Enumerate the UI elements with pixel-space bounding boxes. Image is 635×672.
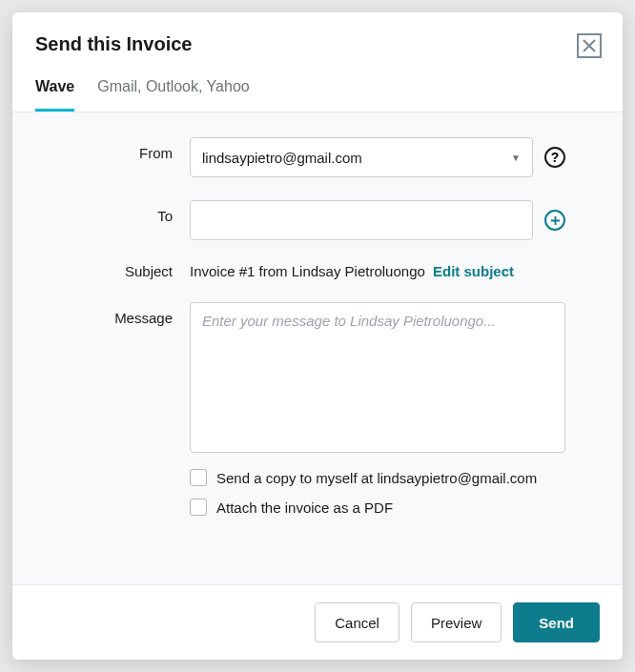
preview-button[interactable]: Preview xyxy=(411,602,502,642)
tabs: Wave Gmail, Outlook, Yahoo xyxy=(35,78,600,112)
message-row: Message xyxy=(47,302,565,453)
attach-pdf-checkbox[interactable] xyxy=(190,499,207,516)
add-recipient-button[interactable] xyxy=(544,210,565,231)
close-button[interactable] xyxy=(577,33,602,58)
from-value: lindsaypietro@gmail.com xyxy=(202,150,362,166)
modal-body: From lindsaypietro@gmail.com ▼ ? To xyxy=(12,112,623,584)
attach-pdf-row: Attach the invoice as a PDF xyxy=(190,498,552,518)
from-select[interactable]: lindsaypietro@gmail.com ▼ xyxy=(190,137,533,177)
help-button[interactable]: ? xyxy=(544,147,565,168)
subject-label: Subject xyxy=(47,263,190,279)
attach-pdf-label: Attach the invoice as a PDF xyxy=(216,498,393,518)
checkbox-container: Send a copy to myself at lindsaypietro@g… xyxy=(190,468,552,518)
tab-wave[interactable]: Wave xyxy=(35,78,74,112)
to-input-wrap xyxy=(190,200,533,240)
from-row: From lindsaypietro@gmail.com ▼ ? xyxy=(47,137,565,177)
cancel-button[interactable]: Cancel xyxy=(315,602,399,642)
plus-icon xyxy=(550,215,561,226)
to-label: To xyxy=(47,200,190,224)
modal-title: Send this Invoice xyxy=(35,33,600,55)
from-label: From xyxy=(47,137,190,161)
edit-subject-link[interactable]: Edit subject xyxy=(433,263,514,279)
tab-gmail-outlook-yahoo[interactable]: Gmail, Outlook, Yahoo xyxy=(97,78,250,112)
modal-header: Send this Invoice Wave Gmail, Outlook, Y… xyxy=(12,12,623,112)
send-copy-checkbox[interactable] xyxy=(190,469,207,486)
send-copy-row: Send a copy to myself at lindsaypietro@g… xyxy=(190,468,552,488)
to-row: To xyxy=(47,200,565,240)
subject-value: Invoice #1 from Lindsay Pietroluongo Edi… xyxy=(190,263,514,279)
send-invoice-modal: Send this Invoice Wave Gmail, Outlook, Y… xyxy=(12,12,623,660)
to-input[interactable] xyxy=(202,201,521,239)
message-label: Message xyxy=(47,302,190,326)
message-textarea[interactable] xyxy=(190,302,565,453)
send-copy-label: Send a copy to myself at lindsaypietro@g… xyxy=(216,468,537,488)
subject-text: Invoice #1 from Lindsay Pietroluongo xyxy=(190,263,425,279)
send-button[interactable]: Send xyxy=(513,602,600,642)
question-icon: ? xyxy=(551,151,560,164)
subject-row: Subject Invoice #1 from Lindsay Pietrolu… xyxy=(47,263,565,279)
chevron-down-icon: ▼ xyxy=(511,153,521,163)
modal-footer: Cancel Preview Send xyxy=(12,584,623,660)
close-icon xyxy=(583,39,596,52)
